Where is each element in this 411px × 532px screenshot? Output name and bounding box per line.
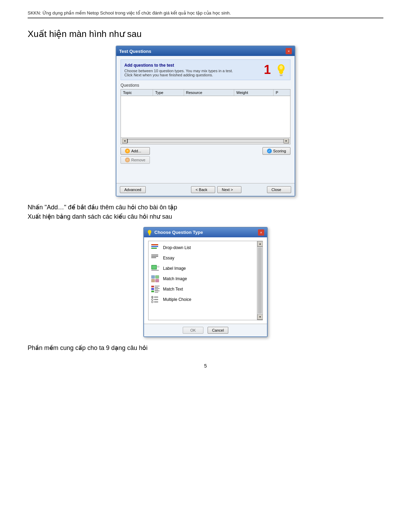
questions-label: Questions (121, 83, 290, 88)
col-p: P (274, 89, 290, 96)
dialog1-header-desc2: Click Next when you have finished adding… (124, 73, 264, 77)
table-empty-area (121, 96, 290, 137)
advanced-button[interactable]: Advanced (120, 186, 146, 193)
svg-rect-14 (151, 286, 154, 287)
next-button[interactable]: Next > (217, 186, 241, 193)
label-image-icon (151, 265, 160, 272)
svg-rect-29 (154, 301, 158, 302)
cancel-button[interactable]: Cancel (208, 327, 228, 334)
svg-point-26 (152, 298, 153, 300)
svg-rect-25 (154, 296, 158, 297)
dialog1-header-desc1: Choose between 10 question types. You ma… (124, 69, 264, 73)
scoring-icon: ✓ (267, 149, 272, 153)
remove-icon: − (125, 158, 130, 162)
col-topic: Topic (121, 89, 153, 96)
dialog1-footer: Advanced < Back Next > Close (116, 183, 295, 196)
col-type: Type (153, 89, 184, 96)
list-item-multiple-choice[interactable]: Multiple Choice (149, 294, 262, 305)
paragraph1: Nhấn "Add…" để bắt đầu thêm câu hỏi cho … (28, 203, 383, 221)
dialog1-header-text: Add questions to the test Choose between… (124, 63, 264, 77)
bulb-icon (276, 63, 287, 76)
match-image-icon (151, 275, 160, 282)
svg-rect-16 (155, 287, 158, 288)
dropdown-list-icon (151, 244, 160, 251)
svg-rect-7 (152, 266, 156, 269)
scroll-left-arrow[interactable]: ◂ (122, 139, 127, 143)
list-item-match-image[interactable]: Match Image (149, 274, 262, 284)
svg-rect-8 (151, 270, 159, 271)
dialog1-footer-right: Close (267, 186, 291, 193)
back-button[interactable]: < Back (191, 186, 215, 193)
scroll-right-arrow[interactable]: ▸ (284, 139, 289, 143)
dialog1-header-title: Add questions to the test (124, 63, 264, 68)
dialog2-close-button[interactable]: × (258, 229, 264, 236)
questions-table-container: Topic Type Resource Weight P (121, 89, 290, 144)
svg-rect-1 (279, 74, 283, 75)
dialog1-badge-bulb: 1 (264, 63, 287, 77)
multiple-choice-label: Multiple Choice (163, 297, 191, 302)
add-button-label: Add... (131, 149, 141, 153)
dialog1-header-section: Add questions to the test Choose between… (121, 59, 290, 80)
close-footer-button[interactable]: Close (267, 186, 291, 193)
list-item-match-text[interactable]: Match Text (149, 284, 262, 294)
svg-rect-2 (280, 75, 283, 76)
scrollbar-track[interactable] (127, 139, 284, 143)
list-item-label-image[interactable]: Label Image (149, 263, 262, 274)
dialog2-bulb-icon (147, 229, 152, 236)
svg-point-3 (279, 65, 283, 69)
add-button[interactable]: + Add... (121, 147, 150, 155)
choose-question-type-dialog: Choose Question Type × Drop-down List (143, 227, 268, 337)
essay-icon (151, 255, 160, 262)
ok-button[interactable]: OK (183, 327, 203, 334)
list-item-dropdown[interactable]: Drop-down List (149, 243, 262, 253)
list-item-essay[interactable]: Essay (149, 253, 262, 263)
svg-rect-22 (155, 292, 158, 293)
svg-point-24 (152, 297, 153, 297)
dialog2-title: Choose Question Type (154, 230, 258, 235)
svg-rect-5 (149, 235, 151, 236)
svg-rect-21 (155, 291, 160, 291)
svg-rect-20 (151, 291, 154, 292)
question-list-inner: Drop-down List Essay (149, 241, 262, 306)
dialog1-footer-left: Advanced (120, 186, 146, 193)
match-image-label: Match Image (163, 276, 187, 281)
dialog2-body: Drop-down List Essay (144, 237, 267, 324)
test-questions-dialog: Test Questions × Add questions to the te… (116, 46, 295, 197)
scroll-thumb[interactable] (258, 247, 262, 314)
dialog1-body: Add questions to the test Choose between… (116, 56, 295, 183)
col-resource: Resource (184, 89, 234, 96)
dropdown-list-label: Drop-down List (163, 245, 191, 250)
scroll-up-button[interactable]: ▴ (257, 241, 263, 247)
svg-rect-13 (155, 279, 159, 282)
page-container: SKKN: Ứng dụng phần mềm Netop School tro… (0, 0, 411, 532)
dialog2-footer: OK Cancel (144, 324, 267, 336)
scroll-down-button[interactable]: ▾ (257, 314, 263, 320)
dialog1-buttons-right: ✓ Scoring (262, 147, 290, 155)
list-scrollbar: ▴ ▾ (257, 241, 262, 320)
label-image-label: Label Image (163, 266, 186, 271)
essay-label: Essay (163, 256, 174, 260)
spacer (121, 166, 290, 180)
scoring-button[interactable]: ✓ Scoring (262, 147, 290, 155)
match-text-icon (151, 286, 160, 293)
remove-button[interactable]: − Remove (121, 156, 150, 164)
dialog1-close-button[interactable]: × (286, 48, 292, 54)
multiple-choice-icon (151, 296, 160, 303)
header-text: SKKN: Ứng dụng phần mềm Netop School tro… (28, 10, 231, 16)
svg-rect-19 (155, 289, 158, 290)
dialog1-number: 1 (264, 63, 271, 77)
page-number: 5 (28, 363, 383, 369)
scoring-button-label: Scoring (273, 149, 286, 153)
dialog1-titlebar: Test Questions × (116, 46, 295, 56)
svg-rect-11 (151, 279, 155, 282)
remove-button-label: Remove (131, 158, 145, 162)
questions-table: Topic Type Resource Weight P (121, 89, 290, 137)
dialog1-title: Test Questions (119, 49, 151, 54)
svg-rect-12 (155, 275, 159, 278)
match-text-label: Match Text (163, 287, 183, 292)
dialog1-buttons-row: + Add... − Remove ✓ Scoring (121, 147, 290, 164)
svg-rect-10 (151, 275, 155, 278)
question-list: Drop-down List Essay (148, 241, 263, 320)
paragraph2: Phần mềm cung cấp cho ta 9 dạng câu hỏi (28, 343, 383, 353)
add-icon: + (125, 149, 130, 153)
